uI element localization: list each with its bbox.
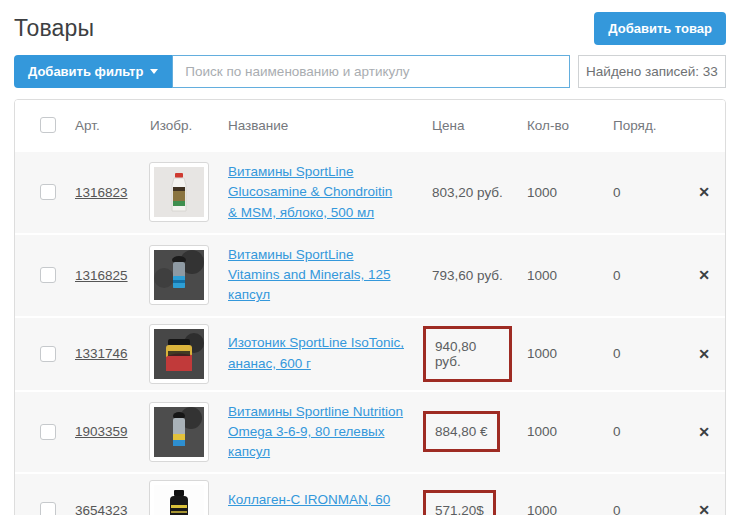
order-value: 0: [598, 503, 683, 515]
delete-row-button[interactable]: ✕: [698, 267, 710, 283]
product-image-white-bottle-red-cap: [154, 167, 204, 217]
delete-row-button[interactable]: ✕: [698, 502, 710, 515]
table-row: 1316825 Витамины SportLine Vitamins and …: [15, 233, 725, 316]
add-filter-button[interactable]: Добавить фильтр: [14, 55, 172, 88]
table-row: 1316823 Витамины SportLine Glucosamine &…: [15, 150, 725, 233]
delete-row-button[interactable]: ✕: [698, 346, 710, 362]
order-value: 0: [598, 268, 683, 283]
product-name-link[interactable]: Коллаген-C IRONMAN, 60 капсул: [213, 480, 417, 515]
product-image-dark-photo-yellow-blue-bottle: [154, 407, 204, 457]
row-checkbox[interactable]: [40, 346, 56, 362]
product-image-black-bottle-yellow-label: [154, 485, 204, 515]
order-value: 0: [598, 185, 683, 200]
search-input[interactable]: [172, 55, 570, 88]
filter-bar: Добавить фильтр Найдено записей: 33: [14, 55, 726, 88]
page-title: Товары: [14, 15, 94, 42]
quantity-value: 1000: [512, 185, 598, 200]
table-header-row: Арт. Изобр. Название Цена Кол-во Поряд.: [15, 100, 725, 150]
chevron-down-icon: [150, 69, 158, 74]
order-value: 0: [598, 424, 683, 439]
price-value: 571,20$: [423, 490, 496, 515]
product-thumbnail: [149, 162, 209, 222]
article-link[interactable]: 1903359: [60, 424, 135, 439]
product-name-link[interactable]: Витамины SportLine Glucosamine & Chondro…: [213, 152, 417, 233]
add-product-button[interactable]: Добавить товар: [594, 12, 726, 45]
quantity-value: 1000: [512, 503, 598, 515]
price-value: 884,80 €: [423, 411, 500, 452]
table-row: 1903359 Витамины Sportline Nutrition Ome…: [15, 390, 725, 473]
product-image-dark-photo-yellow-jar: [154, 329, 204, 379]
product-image-dark-photo-blue-bottle: [154, 250, 204, 300]
product-thumbnail: [149, 324, 209, 384]
delete-row-button[interactable]: ✕: [698, 424, 710, 440]
product-name-link[interactable]: Изотоник SportLine IsoTonic, ананас, 600…: [213, 323, 417, 384]
column-header-order: Поряд.: [598, 118, 683, 133]
add-filter-label: Добавить фильтр: [28, 64, 143, 79]
product-name-link[interactable]: Витамины SportLine Vitamins and Minerals…: [213, 235, 417, 316]
products-table: Арт. Изобр. Название Цена Кол-во Поряд. …: [14, 99, 726, 515]
column-header-quantity: Кол-во: [512, 118, 598, 133]
article-link[interactable]: 3654323: [60, 503, 135, 515]
product-thumbnail: [149, 402, 209, 462]
order-value: 0: [598, 346, 683, 361]
product-thumbnail: [149, 480, 209, 515]
price-value: 940,80 руб.: [423, 326, 512, 382]
article-link[interactable]: 1316823: [60, 185, 135, 200]
column-header-image: Изобр.: [135, 118, 213, 133]
article-link[interactable]: 1316825: [60, 268, 135, 283]
column-header-name: Название: [213, 118, 417, 133]
row-checkbox[interactable]: [40, 184, 56, 200]
product-name-link[interactable]: Витамины Sportline Nutrition Omega 3-6-9…: [213, 392, 417, 473]
product-thumbnail: [149, 245, 209, 305]
products-page: Товары Добавить товар Добавить фильтр На…: [0, 0, 740, 515]
column-header-article: Арт.: [60, 118, 135, 133]
table-row: 1331746 Изотоник SportLine IsoTonic, ана…: [15, 316, 725, 390]
table-row: 3654323 Коллаген-C IRONMAN, 60 капсул 57…: [15, 472, 725, 515]
records-found-badge: Найдено записей: 33: [578, 55, 726, 88]
quantity-value: 1000: [512, 346, 598, 361]
column-header-price: Цена: [417, 118, 512, 133]
article-link[interactable]: 1331746: [60, 346, 135, 361]
top-bar: Товары Добавить товар: [14, 0, 726, 45]
price-value: 803,20 руб.: [432, 185, 503, 200]
row-checkbox[interactable]: [40, 502, 56, 515]
price-value: 793,60 руб.: [432, 268, 503, 283]
select-all-checkbox[interactable]: [40, 117, 56, 133]
row-checkbox[interactable]: [40, 424, 56, 440]
quantity-value: 1000: [512, 268, 598, 283]
quantity-value: 1000: [512, 424, 598, 439]
row-checkbox[interactable]: [40, 267, 56, 283]
delete-row-button[interactable]: ✕: [698, 184, 710, 200]
